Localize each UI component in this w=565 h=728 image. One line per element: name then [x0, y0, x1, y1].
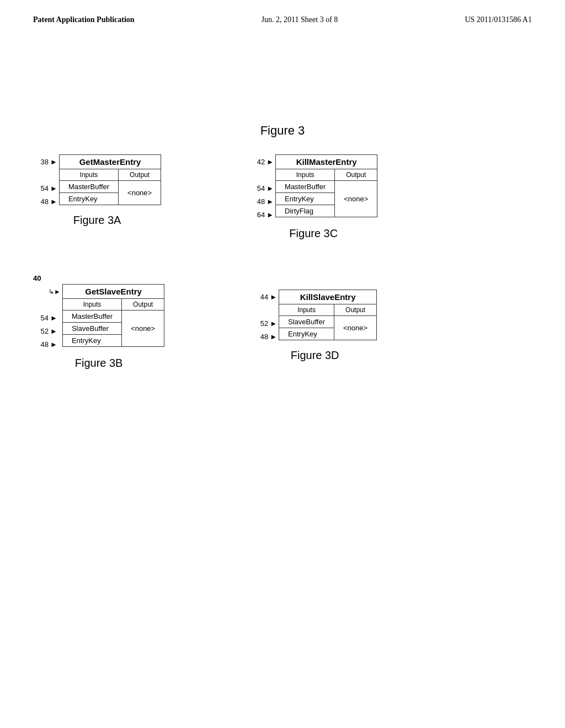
fig3c-arrows: 42 ► 54 ► 48 ► 64 ►: [249, 154, 275, 222]
fig3c-num: 42: [249, 156, 265, 169]
fig3d-arrow-main: ►: [270, 293, 277, 302]
fig3a-col2: Output: [119, 169, 161, 181]
fig3c-arrow-48: ►: [266, 197, 274, 206]
fig3b-arrow-52: ►: [50, 327, 57, 336]
fig3b-col2: Output: [122, 299, 164, 311]
fig3c-diagram: 42 ► 54 ► 48 ► 64 ►: [249, 154, 377, 222]
fig3b-row3-input: EntryKey: [62, 335, 121, 347]
fig3c-arrow-54: ►: [266, 184, 274, 193]
fig3d-diagram: 44 ► 52 ► 48 ► KillSlaveEntry: [253, 290, 377, 344]
fig3a-table: GetMasterEntry Inputs Output MasterBuffe…: [59, 154, 161, 205]
header-left: Patent Application Publication: [33, 15, 135, 24]
fig3a-title: GetMasterEntry: [59, 155, 161, 169]
fig3a-num-54: 54: [33, 182, 49, 195]
fig3a-arrow-main: ►: [50, 158, 57, 167]
fig3d-row2-input: EntryKey: [279, 328, 334, 340]
fig3c-col2: Output: [335, 169, 377, 181]
figure-3d-block: 44 ► 52 ► 48 ► KillSlaveEntry: [253, 290, 377, 370]
fig3c-arrow-main: ►: [266, 158, 274, 167]
fig3d-output: <none>: [334, 316, 377, 340]
fig3d-col2: Output: [334, 304, 377, 316]
fig3c-table: KillMasterEntry Inputs Output MasterBuff…: [275, 154, 377, 217]
fig3c-num-48: 48: [249, 195, 265, 208]
fig3a-output: <none>: [119, 181, 161, 205]
fig3b-output: <none>: [122, 311, 164, 347]
fig3b-num-54: 54: [33, 312, 49, 325]
header-center: Jun. 2, 2011 Sheet 3 of 8: [262, 15, 338, 24]
fig3b-table: GetSlaveEntry Inputs Output MasterBuffer…: [62, 284, 164, 347]
fig3d-table: KillSlaveEntry Inputs Output SlaveBuffer…: [279, 290, 377, 340]
fig3d-title: KillSlaveEntry: [279, 290, 377, 304]
fig3b-col1: Inputs: [62, 299, 121, 311]
patent-header: Patent Application Publication Jun. 2, 2…: [0, 0, 565, 24]
figure-3b-block: 40 ↳► 54 ► 52 ►: [33, 273, 164, 370]
fig3d-arrow-48: ►: [270, 333, 277, 341]
fig3c-caption: Figure 3C: [249, 227, 377, 240]
fig3c-col1: Inputs: [276, 169, 335, 181]
fig3a-diagram: 38 ► 54 ► 48 ► GetMasterEntry: [33, 154, 161, 208]
fig3a-arrow-48: ►: [50, 197, 57, 206]
fig3b-row1-input: MasterBuffer: [62, 311, 121, 323]
fig3c-output: <none>: [335, 181, 377, 217]
fig3d-arrows: 44 ► 52 ► 48 ►: [253, 290, 279, 344]
fig3b-num-52: 52: [33, 325, 49, 338]
fig3d-col1: Inputs: [279, 304, 334, 316]
fig3d-num: 44: [253, 291, 268, 304]
fig3d-caption: Figure 3D: [253, 349, 377, 362]
fig3a-row1-input: MasterBuffer: [59, 181, 118, 193]
fig3c-row3-input: DirtyFlag: [276, 205, 335, 217]
fig3a-num-48: 48: [33, 195, 49, 208]
fig3b-arrows: ↳► 54 ► 52 ► 48 ►: [33, 284, 62, 351]
fig3a-caption: Figure 3A: [33, 214, 161, 227]
fig3b-num: 40: [33, 274, 41, 282]
fig3a-num: 38: [33, 156, 49, 169]
fig3d-row1-input: SlaveBuffer: [279, 316, 334, 328]
fig3c-title: KillMasterEntry: [276, 155, 377, 169]
fig3b-arrow-54: ►: [50, 314, 57, 323]
figure-3a-block: 38 ► 54 ► 48 ► GetMasterEntry: [33, 154, 161, 240]
fig3a-col1: Inputs: [59, 169, 118, 181]
figure-3-caption: Figure 3: [0, 124, 565, 138]
fig3b-diagram: ↳► 54 ► 52 ► 48 ►: [33, 284, 164, 351]
fig3d-num-48: 48: [253, 330, 268, 344]
fig3b-indent-arrow: ↳►: [49, 288, 61, 296]
fig3b-title: GetSlaveEntry: [62, 285, 164, 299]
fig3c-num-64: 64: [249, 208, 265, 222]
fig3c-row1-input: MasterBuffer: [276, 181, 335, 193]
diagrams-top-row: 38 ► 54 ► 48 ► GetMasterEntry: [0, 154, 565, 240]
fig3d-num-52: 52: [253, 317, 268, 330]
figure-3c-block: 42 ► 54 ► 48 ► 64 ►: [249, 154, 377, 240]
fig3c-arrow-64: ►: [266, 211, 274, 220]
fig3a-row2-input: EntryKey: [59, 193, 118, 205]
fig3b-arrow-48: ►: [50, 340, 57, 349]
fig3c-num-54: 54: [249, 182, 265, 195]
fig3b-caption: Figure 3B: [33, 357, 164, 370]
fig3a-arrows: 38 ► 54 ► 48 ►: [33, 154, 59, 208]
fig3a-arrow-54: ►: [50, 184, 57, 193]
fig3b-row2-input: SlaveBuffer: [62, 323, 121, 335]
diagrams-bottom-row: 40 ↳► 54 ► 52 ►: [0, 273, 565, 370]
header-right: US 2011/0131586 A1: [465, 15, 532, 24]
fig3c-row2-input: EntryKey: [276, 193, 335, 205]
fig3b-num-48: 48: [33, 338, 49, 351]
fig3d-arrow-52: ►: [270, 319, 277, 328]
